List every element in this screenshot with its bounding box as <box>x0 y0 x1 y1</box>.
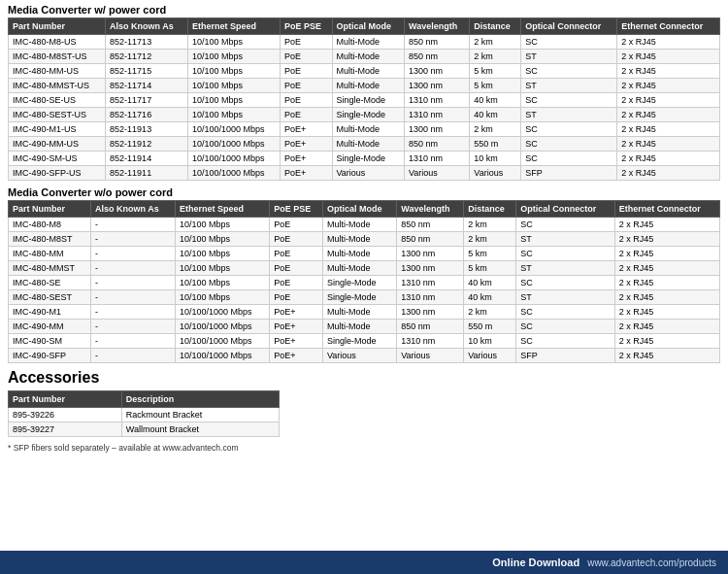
section2-table: Part Number Also Known As Ethernet Speed… <box>8 200 720 363</box>
table-row: IMC-490-MM-10/100/1000 MbpsPoE+Multi-Mod… <box>9 320 720 334</box>
accessories-container: Accessories Part Number Description 895-… <box>8 369 720 437</box>
table-row: IMC-490-M1-US852-1191310/100/1000 MbpsPo… <box>9 122 720 137</box>
col-optical-connector-1: Optical Connector <box>521 18 617 35</box>
online-download-label: Online Download <box>492 557 579 568</box>
table-row: IMC-490-MM-US852-1191210/100/1000 MbpsPo… <box>9 137 720 152</box>
col-distance-2: Distance <box>464 201 516 218</box>
table-row: IMC-480-SE-US852-1171710/100 MbpsPoESing… <box>9 93 720 108</box>
col-also-known-as-1: Also Known As <box>106 18 188 35</box>
page-wrapper: Media Converter w/ power cord Part Numbe… <box>0 0 728 453</box>
section2-title: Media Converter w/o power cord <box>8 186 720 198</box>
table-row: IMC-480-M8-10/100 MbpsPoEMulti-Mode850 n… <box>9 218 720 232</box>
accessories-title: Accessories <box>8 369 720 387</box>
section2-container: Media Converter w/o power cord Part Numb… <box>8 186 720 363</box>
footnote: * SFP fibers sold separately – available… <box>8 443 720 453</box>
accessories-table: Part Number Description 895-39226Rackmou… <box>8 390 280 437</box>
col-ethernet-connector-2: Ethernet Connector <box>614 201 719 218</box>
col-ethernet-speed-2: Ethernet Speed <box>175 201 269 218</box>
table-row: IMC-490-SM-US852-1191410/100/1000 MbpsPo… <box>9 152 720 166</box>
table-row: IMC-490-SM-10/100/1000 MbpsPoE+Single-Mo… <box>9 334 720 349</box>
col-optical-mode-1: Optical Mode <box>332 18 405 35</box>
table-row: IMC-480-MM-US852-1171510/100 MbpsPoEMult… <box>9 64 720 79</box>
table-row: IMC-480-M8ST-10/100 MbpsPoEMulti-Mode850… <box>9 232 720 247</box>
col-ethernet-speed-1: Ethernet Speed <box>188 18 281 35</box>
col-wavelength-1: Wavelength <box>405 18 470 35</box>
table-row: IMC-480-M8ST-US852-1171210/100 MbpsPoEMu… <box>9 50 720 64</box>
table-row: IMC-480-MM-10/100 MbpsPoEMulti-Mode1300 … <box>9 247 720 261</box>
table-row: IMC-480-SEST-US852-1171610/100 MbpsPoESi… <box>9 108 720 122</box>
section1-container: Media Converter w/ power cord Part Numbe… <box>8 4 720 181</box>
col-optical-connector-2: Optical Connector <box>516 201 614 218</box>
acc-col-description: Description <box>121 391 279 408</box>
section1-table: Part Number Also Known As Ethernet Speed… <box>8 17 720 181</box>
table-row: IMC-480-M8-US852-1171310/100 MbpsPoEMult… <box>9 35 720 50</box>
bottom-bar: Online Download www.advantech.com/produc… <box>0 551 728 574</box>
col-optical-mode-2: Optical Mode <box>322 201 396 218</box>
col-distance-1: Distance <box>470 18 521 35</box>
acc-col-part-number: Part Number <box>9 391 122 408</box>
col-poe-pse-2: PoE PSE <box>270 201 323 218</box>
col-part-number-1: Part Number <box>9 18 106 35</box>
col-part-number-2: Part Number <box>9 201 91 218</box>
table-row: 895-39226Rackmount Bracket <box>9 408 280 422</box>
col-ethernet-connector-1: Ethernet Connector <box>617 18 720 35</box>
table-row: IMC-490-SFP-10/100/1000 MbpsPoE+VariousV… <box>9 349 720 363</box>
table-row: IMC-490-SFP-US852-1191110/100/1000 MbpsP… <box>9 166 720 181</box>
table-row: IMC-480-SE-10/100 MbpsPoESingle-Mode1310… <box>9 276 720 290</box>
table-row: IMC-490-M1-10/100/1000 MbpsPoE+Multi-Mod… <box>9 305 720 320</box>
table-row: 895-39227Wallmount Bracket <box>9 422 280 437</box>
table-row: IMC-480-MMST-10/100 MbpsPoEMulti-Mode130… <box>9 261 720 276</box>
section1-title: Media Converter w/ power cord <box>8 4 720 16</box>
col-wavelength-2: Wavelength <box>397 201 464 218</box>
col-poe-pse-1: PoE PSE <box>281 18 332 35</box>
online-download-url: www.advantech.com/products <box>587 557 716 568</box>
table-row: IMC-480-SEST-10/100 MbpsPoESingle-Mode13… <box>9 290 720 305</box>
table-row: IMC-480-MMST-US852-1171410/100 MbpsPoEMu… <box>9 79 720 93</box>
col-also-known-as-2: Also Known As <box>91 201 176 218</box>
